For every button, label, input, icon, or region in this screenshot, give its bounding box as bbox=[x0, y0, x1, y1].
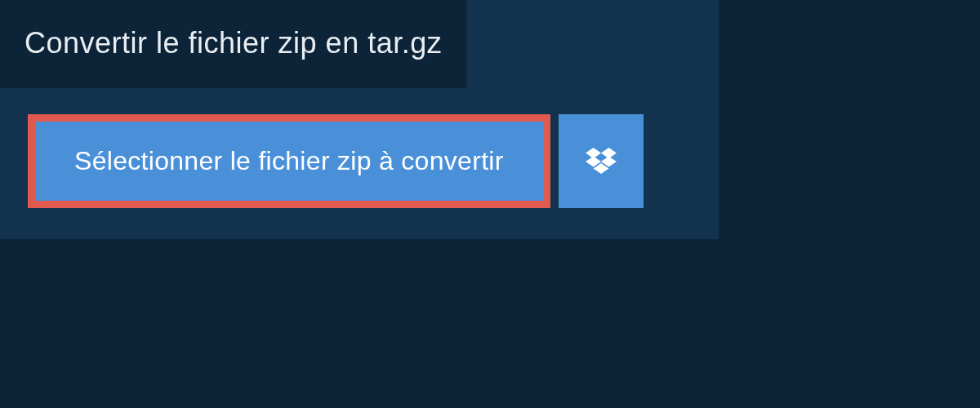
action-row: Sélectionner le fichier zip à convertir bbox=[0, 88, 719, 239]
dropbox-icon bbox=[586, 148, 617, 175]
dropbox-button[interactable] bbox=[559, 114, 644, 208]
select-file-button[interactable]: Sélectionner le fichier zip à convertir bbox=[28, 114, 550, 208]
converter-panel: Convertir le fichier zip en tar.gz Sélec… bbox=[0, 0, 719, 239]
page-title: Convertir le fichier zip en tar.gz bbox=[0, 0, 466, 88]
